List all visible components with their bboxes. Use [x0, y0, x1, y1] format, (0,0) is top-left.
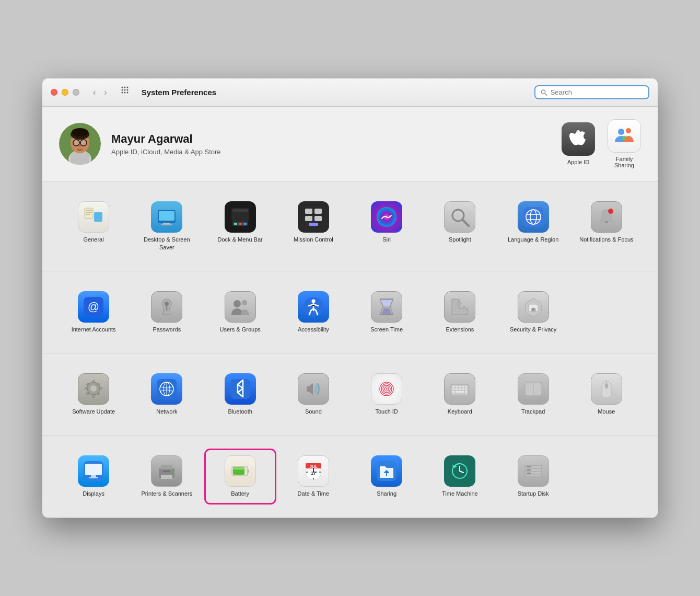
mission-label: Mission Control: [294, 236, 333, 243]
maximize-button[interactable]: [73, 89, 79, 96]
pref-datetime[interactable]: JUL 17 Date & Time: [279, 450, 348, 502]
svg-point-1: [124, 87, 125, 88]
user-text: Mayur Agarwal Apple ID, iCloud, Media & …: [111, 132, 221, 156]
pref-spotlight[interactable]: Spotlight: [425, 196, 494, 256]
pref-mission[interactable]: Mission Control: [279, 196, 348, 256]
grid-view-button[interactable]: [116, 85, 135, 100]
pref-software[interactable]: Software Update: [59, 368, 128, 420]
family-sharing-button[interactable]: FamilySharing: [608, 119, 641, 168]
pref-general[interactable]: General: [59, 196, 128, 256]
pref-trackpad[interactable]: Trackpad: [499, 368, 568, 420]
close-button[interactable]: [51, 89, 57, 96]
svg-point-9: [541, 90, 545, 94]
security-svg: [523, 297, 543, 317]
security-icon: [518, 291, 549, 323]
svg-rect-44: [314, 209, 322, 214]
siri-svg: [377, 207, 396, 227]
svg-rect-46: [314, 216, 322, 221]
pref-internet[interactable]: @ Internet Accounts: [59, 286, 128, 338]
bluetooth-icon: [225, 373, 256, 405]
back-button[interactable]: ‹: [90, 87, 99, 98]
dock-svg: [230, 207, 250, 227]
grid-icon: [121, 86, 131, 96]
language-icon: [518, 201, 549, 233]
touchid-svg: [377, 379, 396, 399]
family-sharing-logo-icon: [613, 124, 636, 147]
user-info: Mayur Agarwal Apple ID, iCloud, Media & …: [59, 123, 221, 165]
svg-rect-97: [462, 386, 464, 387]
pref-notifications[interactable]: Notifications & Focus: [572, 196, 641, 256]
sound-label: Sound: [305, 408, 322, 415]
pref-keyboard[interactable]: Keyboard: [425, 368, 494, 420]
pref-desktop[interactable]: Desktop & Screen Saver: [132, 196, 201, 256]
timemachine-svg: [450, 461, 470, 481]
apple-id-icon: [562, 122, 595, 156]
mission-icon: [298, 201, 329, 233]
minimize-button[interactable]: [62, 89, 68, 96]
apple-id-label: Apple ID: [567, 159, 589, 165]
search-box[interactable]: [534, 85, 649, 99]
pref-screentime[interactable]: Screen Time: [352, 286, 421, 338]
user-subtitle: Apple ID, iCloud, Media & App Store: [111, 148, 221, 156]
apple-logo-icon: [568, 129, 588, 149]
apple-id-button[interactable]: Apple ID: [562, 122, 595, 165]
pref-timemachine[interactable]: Time Machine: [425, 450, 494, 502]
pref-accessibility[interactable]: Accessibility: [279, 286, 348, 338]
pref-language[interactable]: Language & Region: [499, 196, 568, 256]
svg-rect-145: [527, 473, 531, 474]
screentime-label: Screen Time: [370, 326, 403, 333]
pref-displays[interactable]: Displays: [59, 450, 128, 502]
svg-rect-123: [234, 468, 244, 469]
svg-point-21: [78, 145, 81, 147]
battery-svg: [230, 461, 250, 481]
svg-rect-143: [527, 466, 531, 467]
pref-printers[interactable]: Printers & Scanners: [132, 450, 201, 502]
search-input[interactable]: [551, 88, 643, 96]
svg-rect-27: [86, 210, 92, 211]
mission-svg: [304, 207, 323, 227]
battery-icon: [225, 455, 256, 487]
svg-rect-45: [305, 216, 312, 221]
security-label: Security & Privacy: [510, 326, 556, 333]
touchid-icon: [371, 373, 402, 405]
trackpad-icon: [518, 373, 549, 405]
svg-rect-100: [456, 388, 458, 390]
pref-security[interactable]: Security & Privacy: [499, 286, 568, 338]
users-svg: [230, 297, 250, 317]
pref-battery[interactable]: Battery: [206, 450, 275, 502]
pref-startup[interactable]: Startup Disk: [499, 450, 568, 502]
pref-extensions[interactable]: Extensions: [425, 286, 494, 338]
pref-sharing[interactable]: Sharing: [352, 450, 421, 502]
pref-dock[interactable]: Dock & Menu Bar: [206, 196, 275, 256]
displays-icon: [78, 455, 109, 487]
spotlight-icon: [444, 201, 475, 233]
system-preferences-window: ‹ › System Preferences: [42, 78, 658, 518]
extensions-svg: [450, 297, 470, 317]
avatar[interactable]: [59, 123, 101, 165]
printers-label: Printers & Scanners: [141, 490, 192, 497]
pref-network[interactable]: Network: [132, 368, 201, 420]
svg-rect-30: [94, 212, 102, 222]
pref-mouse[interactable]: Mouse: [572, 368, 641, 420]
svg-rect-117: [161, 475, 172, 479]
pref-bluetooth[interactable]: Bluetooth: [206, 368, 275, 420]
svg-rect-32: [159, 211, 174, 221]
pref-passwords[interactable]: Passwords: [132, 286, 201, 338]
screentime-svg: [377, 297, 396, 317]
internet-label: Internet Accounts: [72, 326, 116, 333]
pref-users[interactable]: Users & Groups: [206, 286, 275, 338]
pref-siri[interactable]: Siri: [352, 196, 421, 256]
pref-sound[interactable]: Sound: [279, 368, 348, 420]
svg-rect-95: [456, 386, 458, 387]
svg-rect-61: [166, 306, 168, 311]
general-label: General: [84, 236, 104, 243]
svg-rect-40: [239, 223, 242, 225]
passwords-icon: [151, 291, 182, 323]
pref-touchid[interactable]: Touch ID: [352, 368, 421, 420]
family-sharing-icon: [608, 119, 641, 153]
svg-point-18: [73, 140, 79, 146]
svg-rect-114: [89, 477, 98, 478]
datetime-icon: JUL 17: [298, 455, 329, 487]
forward-button[interactable]: ›: [101, 87, 110, 98]
trackpad-svg: [523, 379, 543, 399]
